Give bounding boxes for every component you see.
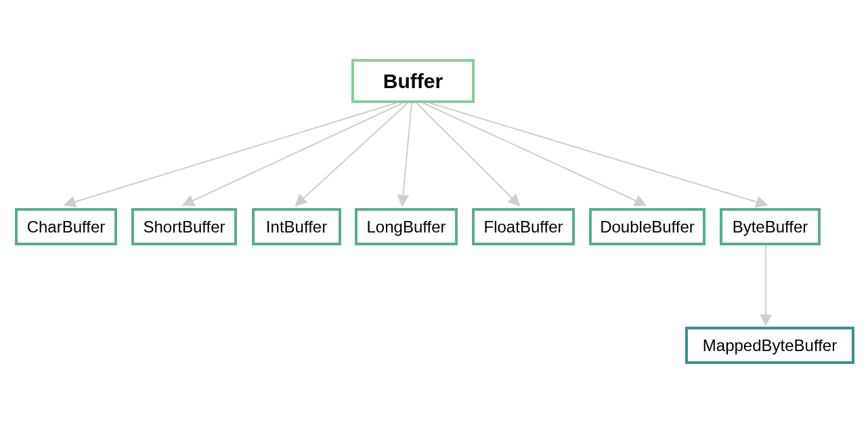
node-floatbuffer: FloatBuffer	[472, 208, 575, 245]
node-buffer: Buffer	[351, 59, 475, 103]
svg-line-1	[184, 103, 403, 205]
svg-line-5	[423, 103, 645, 205]
node-intbuffer-label: IntBuffer	[266, 218, 327, 237]
node-longbuffer: LongBuffer	[355, 208, 458, 245]
node-doublebuffer-label: DoubleBuffer	[600, 218, 695, 237]
svg-line-2	[297, 103, 408, 205]
node-mappedbytebuffer: MappedByteBuffer	[685, 327, 854, 364]
svg-line-3	[402, 103, 412, 205]
svg-line-4	[416, 103, 519, 205]
node-charbuffer-label: CharBuffer	[27, 218, 106, 237]
node-floatbuffer-label: FloatBuffer	[484, 218, 563, 237]
node-bytebuffer: ByteBuffer	[720, 208, 821, 245]
node-buffer-label: Buffer	[383, 70, 443, 93]
node-doublebuffer: DoubleBuffer	[589, 208, 706, 245]
svg-line-0	[66, 103, 396, 205]
svg-line-6	[430, 103, 766, 205]
node-longbuffer-label: LongBuffer	[367, 218, 446, 237]
node-bytebuffer-label: ByteBuffer	[733, 218, 808, 237]
node-intbuffer: IntBuffer	[252, 208, 341, 245]
node-charbuffer: CharBuffer	[15, 208, 117, 245]
node-shortbuffer: ShortBuffer	[131, 208, 237, 245]
node-mappedbytebuffer-label: MappedByteBuffer	[703, 336, 837, 355]
node-shortbuffer-label: ShortBuffer	[144, 218, 225, 237]
